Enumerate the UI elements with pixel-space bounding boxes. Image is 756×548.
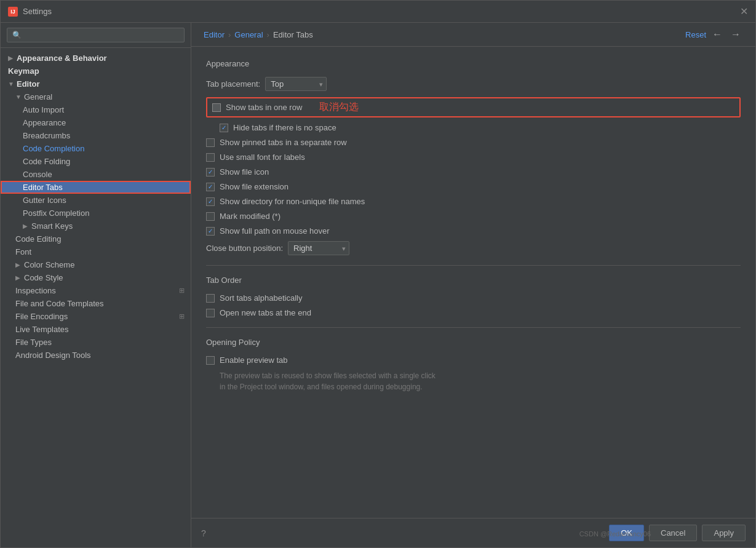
show-file-icon-row: Show file icon <box>206 167 741 177</box>
sidebar: ▶ Appearance & Behavior Keymap ▼ Editor … <box>1 23 191 547</box>
expand-arrow-general: ▼ <box>15 93 22 100</box>
expand-arrow-smart-keys: ▶ <box>23 223 29 229</box>
watermark: CSDN @Redamancy06 <box>579 530 651 538</box>
mark-modified-label: Mark modified (*) <box>220 212 281 221</box>
tab-placement-select[interactable]: Top Bottom Left Right None <box>265 77 327 91</box>
show-file-icon-label: Show file icon <box>220 167 269 177</box>
close-button-row: Close button position: Right Left None <box>206 241 741 255</box>
hide-tabs-label: Hide tabs if there is no space <box>233 123 336 132</box>
sidebar-item-code-style[interactable]: ▶ Code Style <box>1 271 191 284</box>
sidebar-item-font[interactable]: Font <box>1 245 191 258</box>
breadcrumb-editor-tabs: Editor Tabs <box>273 30 313 39</box>
sidebar-item-appearance[interactable]: Appearance <box>1 116 191 129</box>
search-box <box>1 23 191 48</box>
breadcrumb-sep1: › <box>228 30 231 39</box>
sidebar-item-file-types[interactable]: File Types <box>1 336 191 349</box>
breadcrumb-bar: Editor › General › Editor Tabs Reset ← → <box>191 23 755 47</box>
show-full-path-checkbox[interactable] <box>206 227 215 236</box>
breadcrumb-editor[interactable]: Editor <box>204 30 225 39</box>
expand-arrow-color-scheme: ▶ <box>15 261 22 268</box>
sidebar-label-live-templates: Live Templates <box>15 325 68 334</box>
show-file-icon-checkbox[interactable] <box>206 168 215 177</box>
dialog-footer: ? OK Cancel Apply <box>191 518 755 547</box>
sidebar-item-code-editing[interactable]: Code Editing <box>1 232 191 245</box>
sidebar-label-console: Console <box>23 170 52 179</box>
tab-placement-select-wrapper: Top Bottom Left Right None <box>265 77 327 91</box>
mark-modified-checkbox[interactable] <box>206 212 215 221</box>
sidebar-item-console[interactable]: Console <box>1 168 191 181</box>
sort-tabs-checkbox[interactable] <box>206 294 215 303</box>
sidebar-item-inspections[interactable]: Inspections ⊞ <box>1 284 191 297</box>
sidebar-item-color-scheme[interactable]: ▶ Color Scheme <box>1 258 191 271</box>
sidebar-label-inspections: Inspections <box>15 286 56 295</box>
sidebar-item-code-folding[interactable]: Code Folding <box>1 155 191 168</box>
use-small-font-checkbox[interactable] <box>206 153 215 162</box>
sidebar-item-editor-tabs[interactable]: Editor Tabs <box>1 181 191 194</box>
sidebar-item-editor[interactable]: ▼ Editor <box>1 77 191 90</box>
sidebar-item-file-encodings[interactable]: File Encodings ⊞ <box>1 310 191 323</box>
help-icon[interactable]: ? <box>201 528 206 538</box>
back-button[interactable]: ← <box>710 29 725 40</box>
opening-policy-section-title: Opening Policy <box>206 338 741 347</box>
mark-modified-row: Mark modified (*) <box>206 212 741 221</box>
open-new-tabs-checkbox[interactable] <box>206 309 215 317</box>
sidebar-item-smart-keys[interactable]: ▶ Smart Keys <box>1 220 191 232</box>
sidebar-item-file-code-templates[interactable]: File and Code Templates <box>1 297 191 310</box>
open-new-tabs-label: Open new tabs at the end <box>220 308 311 317</box>
breadcrumb-general[interactable]: General <box>234 30 263 39</box>
close-button-select-wrapper: Right Left None <box>288 241 349 255</box>
close-button-select[interactable]: Right Left None <box>288 241 349 255</box>
window-title: Settings <box>23 7 52 16</box>
show-pinned-checkbox[interactable] <box>206 138 215 147</box>
divider2 <box>206 327 741 328</box>
expand-arrow-editor: ▼ <box>8 81 14 87</box>
settings-tree: ▶ Appearance & Behavior Keymap ▼ Editor … <box>1 48 191 547</box>
show-directory-row: Show directory for non-unique file names <box>206 197 741 206</box>
apply-button[interactable]: Apply <box>702 525 746 541</box>
sidebar-label-smart-keys: Smart Keys <box>31 221 73 231</box>
use-small-font-label: Use small font for labels <box>220 153 305 162</box>
titlebar: IJ Settings ✕ <box>1 1 755 23</box>
expand-arrow-code-style: ▶ <box>15 274 22 281</box>
sidebar-item-code-completion[interactable]: Code Completion <box>1 142 191 155</box>
open-new-tabs-row: Open new tabs at the end <box>206 308 741 317</box>
sidebar-label-appearance: Appearance <box>23 118 66 127</box>
enable-preview-checkbox[interactable] <box>206 356 215 365</box>
sidebar-item-gutter-icons[interactable]: Gutter Icons <box>1 194 191 207</box>
reset-button[interactable]: Reset <box>685 30 706 39</box>
show-tabs-one-row-label: Show tabs in one row <box>226 103 302 112</box>
preview-desc: The preview tab is reused to show files … <box>220 370 741 392</box>
file-encodings-icon: ⊞ <box>179 312 185 320</box>
sidebar-item-general[interactable]: ▼ General <box>1 90 191 103</box>
sidebar-item-breadcrumbs[interactable]: Breadcrumbs <box>1 129 191 142</box>
breadcrumb-sep2: › <box>267 30 269 39</box>
show-directory-checkbox[interactable] <box>206 197 215 206</box>
search-input[interactable] <box>7 28 185 42</box>
show-file-ext-checkbox[interactable] <box>206 183 215 191</box>
cancel-button[interactable]: Cancel <box>649 525 697 541</box>
tab-order-section-title: Tab Order <box>206 276 741 285</box>
hide-tabs-checkbox[interactable] <box>220 124 228 132</box>
show-tabs-one-row-checkbox[interactable] <box>212 103 221 112</box>
sidebar-label-file-encodings: File Encodings <box>15 312 68 321</box>
sidebar-label-editor: Editor <box>17 79 40 89</box>
sidebar-item-postfix-completion[interactable]: Postfix Completion <box>1 207 191 220</box>
hide-tabs-row: Hide tabs if there is no space <box>220 123 741 132</box>
sidebar-item-keymap[interactable]: Keymap <box>1 65 191 77</box>
sidebar-label-appearance-behavior: Appearance & Behavior <box>17 54 107 63</box>
sidebar-label-auto-import: Auto Import <box>23 105 64 114</box>
close-button[interactable]: ✕ <box>740 6 748 17</box>
enable-preview-label: Enable preview tab <box>220 355 288 365</box>
forward-button[interactable]: → <box>728 29 743 40</box>
show-pinned-label: Show pinned tabs in a separate row <box>220 138 347 147</box>
sidebar-item-android-design-tools[interactable]: Android Design Tools <box>1 349 191 362</box>
sidebar-item-auto-import[interactable]: Auto Import <box>1 103 191 116</box>
sidebar-label-code-folding: Code Folding <box>23 157 70 166</box>
sidebar-label-keymap: Keymap <box>8 66 39 76</box>
sidebar-item-live-templates[interactable]: Live Templates <box>1 323 191 336</box>
divider1 <box>206 265 741 266</box>
sidebar-label-code-completion: Code Completion <box>23 144 84 153</box>
sidebar-item-appearance-behavior[interactable]: ▶ Appearance & Behavior <box>1 52 191 65</box>
show-full-path-row: Show full path on mouse hover <box>206 226 741 236</box>
breadcrumb-actions: Reset ← → <box>685 29 743 40</box>
